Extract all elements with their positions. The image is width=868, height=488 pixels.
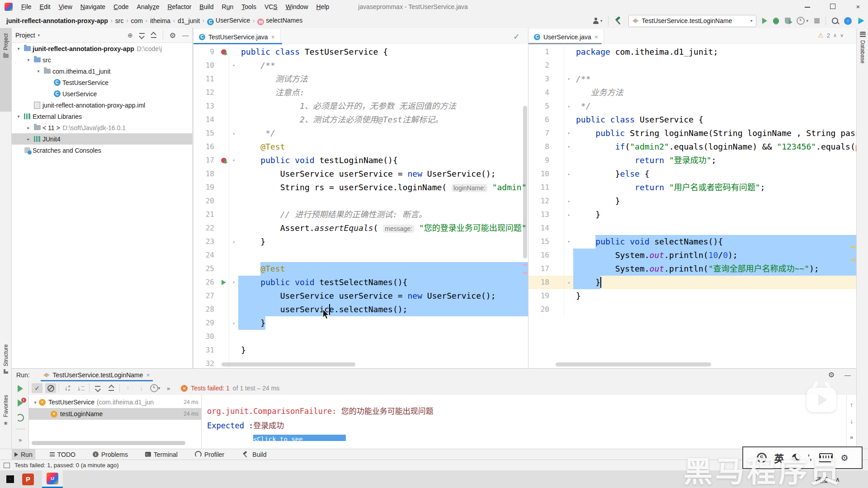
tree-expander[interactable]: ▾ [24, 57, 33, 62]
code-line-15[interactable]: 15▴ */ [193, 127, 528, 140]
profiler-button[interactable]: ▾ [797, 17, 808, 25]
menu-help[interactable]: Help [312, 0, 334, 14]
vertical-scrollbar[interactable] [523, 106, 527, 258]
code-line-7[interactable]: 7▾ public String loginName(String loginN… [528, 127, 856, 140]
chevron-down-icon[interactable]: ▾ [38, 33, 40, 38]
menu-analyze[interactable]: Analyze [133, 0, 164, 14]
breadcrumb-item[interactable]: d1_junit [178, 17, 200, 24]
sidebar-tab-project[interactable]: Project [0, 28, 11, 112]
warning-stripe-mark[interactable] [851, 259, 855, 261]
collapse-all-icon[interactable] [151, 33, 156, 38]
tree-expander[interactable]: ▾ [14, 114, 23, 119]
previous-failed-test-button[interactable]: ↑ [123, 383, 133, 393]
sidebar-tab-favorites[interactable]: Favorites ★ [0, 395, 11, 427]
menu-file[interactable]: File [17, 0, 36, 14]
warning-stripe-mark[interactable] [851, 246, 855, 248]
code-line-11[interactable]: 11 return "用户名或者密码有问题"; [528, 181, 856, 194]
code-editor[interactable]: 9public class TestUserService {10▾ /**11… [193, 44, 528, 368]
code-line-13[interactable]: 13▴ } [528, 208, 856, 221]
layout-toggle-icon[interactable] [4, 463, 10, 468]
breadcrumb-item[interactable]: com [131, 17, 142, 24]
rerun-failed-tests-button[interactable]: ! [18, 399, 23, 407]
error-stripe-mark[interactable] [523, 272, 527, 274]
scroll-down-icon[interactable]: ↓ [850, 418, 853, 425]
menu-tools[interactable]: Tools [237, 0, 260, 14]
code-line-31[interactable]: 31} [193, 343, 528, 357]
tool-window-button-build[interactable]: Build [239, 449, 269, 460]
tree-item-com-itheima-d1-junit[interactable]: ▾com.itheima.d1_junit [12, 66, 192, 77]
tree-item-userservice[interactable]: CUserService [12, 88, 192, 99]
code-line-23[interactable]: 23▴ } [193, 235, 528, 249]
code-line-27[interactable]: 27 UserService userService = new UserSer… [193, 289, 528, 303]
code-line-17[interactable]: 17 System.out.println("查询全部用户名称成功~~"); [528, 262, 856, 276]
code-line-5[interactable]: 5▴ */ [528, 99, 856, 113]
code-line-22[interactable]: 22 Assert.assertEquals( message: "您的登录业务… [193, 221, 528, 235]
horizontal-scrollbar[interactable] [32, 441, 185, 445]
windows-start-button[interactable] [6, 475, 14, 483]
horizontal-scrollbar[interactable] [222, 362, 355, 366]
next-failed-test-button[interactable]: ↓ [136, 383, 147, 393]
code-line-2[interactable]: 2 [528, 59, 856, 72]
tree-expander[interactable]: ▸ [24, 136, 33, 141]
fold-marker[interactable]: ▴ [564, 276, 573, 289]
test-history-cycle-icon[interactable] [16, 414, 24, 422]
show-ignored-toggle[interactable] [45, 383, 56, 393]
fold-marker[interactable]: ▾ [564, 140, 573, 154]
tree-expander[interactable]: ▸ [24, 125, 33, 130]
code-line-4[interactable]: 4 业务方法 [528, 86, 856, 99]
tree-item-junit-reflect-annotation-proxy-app[interactable]: ▾junit-reflect-annotation-proxy-appD:\co… [12, 43, 192, 54]
menu-run[interactable]: Run [218, 0, 238, 14]
search-everywhere-icon[interactable] [832, 18, 838, 24]
menu-build[interactable]: Build [195, 0, 217, 14]
fold-marker[interactable]: ▾ [564, 72, 573, 86]
prev-problem-icon[interactable]: ∧ [833, 33, 837, 38]
code-line-17[interactable]: 17▾ public void testLoginName(){ [193, 154, 528, 167]
code-line-13[interactable]: 13 1、必须是公开的，无参数 无返回值的方法 [193, 99, 528, 113]
run-test-failed-icon[interactable] [221, 158, 226, 163]
sort-by-duration-toggle[interactable]: ↓—— [75, 383, 86, 393]
more-actions-icon[interactable]: » [167, 385, 170, 392]
expand-all-icon[interactable] [92, 383, 103, 393]
tool-window-button-run[interactable]: Run [12, 449, 35, 460]
tab-userservice[interactable]: C UserService.java × [528, 29, 604, 44]
code-line-12[interactable]: 12▴ } [528, 194, 856, 208]
code-line-6[interactable]: 6public class UserService { [528, 113, 856, 127]
menu-refactor[interactable]: Refactor [163, 0, 195, 14]
rerun-button[interactable] [18, 385, 23, 392]
code-line-1[interactable]: 1package com.itheima.d1_junit; [528, 45, 856, 59]
sidebar-tab-database[interactable]: Database [857, 32, 868, 63]
scroll-up-icon[interactable]: ↑ [850, 401, 853, 408]
coverage-button[interactable] [785, 18, 791, 24]
inspection-ok-icon[interactable]: ✓ [513, 32, 520, 42]
collapse-all-icon[interactable] [106, 383, 117, 393]
breadcrumb-item[interactable]: src [115, 17, 124, 24]
code-line-24[interactable]: 24 [193, 249, 528, 262]
run-button[interactable] [762, 18, 767, 24]
tree-item-src[interactable]: ▾src [12, 54, 192, 66]
tree-item-junit-reflect-annotation-proxy-app-iml[interactable]: junit-reflect-annotation-proxy-app.iml [12, 99, 192, 111]
gear-icon[interactable]: ⚙ [170, 31, 176, 40]
fold-marker[interactable]: ▴ [564, 194, 573, 208]
code-line-10[interactable]: 10▴ }else { [528, 167, 856, 181]
code-line-19[interactable]: 19} [528, 289, 856, 303]
run-tab[interactable]: TestUserService.testLoginName × [41, 369, 153, 381]
fold-marker[interactable]: ▴ [564, 167, 573, 181]
menu-vcs[interactable]: VCS [260, 0, 282, 14]
click-to-see-difference-link[interactable]: <Click to see difference> [253, 435, 346, 441]
debug-button[interactable] [773, 18, 779, 24]
fold-marker[interactable]: ▾ [229, 59, 238, 72]
tool-window-button-terminal[interactable]: >_Terminal [142, 449, 180, 460]
run-configuration-select[interactable]: TestUserService.testLoginName ▾ [628, 15, 756, 27]
code-line-3[interactable]: 3▾/** [528, 72, 856, 86]
taskbar-intellij[interactable]: IJ [42, 470, 63, 488]
code-line-19[interactable]: 19 String rs = userService.loginName( lo… [193, 181, 528, 194]
fold-marker[interactable]: ▴ [564, 99, 573, 113]
code-line-12[interactable]: 12 注意点: [193, 86, 528, 99]
more-actions-icon[interactable]: » [850, 434, 853, 441]
code-line-14[interactable]: 14 [528, 221, 856, 235]
code-line-16[interactable]: 16 @Test [193, 140, 528, 154]
close-button[interactable]: × [854, 0, 862, 14]
menu-navigate[interactable]: Navigate [76, 0, 109, 14]
breadcrumb-item[interactable]: CUserService [207, 17, 250, 25]
code-line-20[interactable]: 20 [193, 194, 528, 208]
